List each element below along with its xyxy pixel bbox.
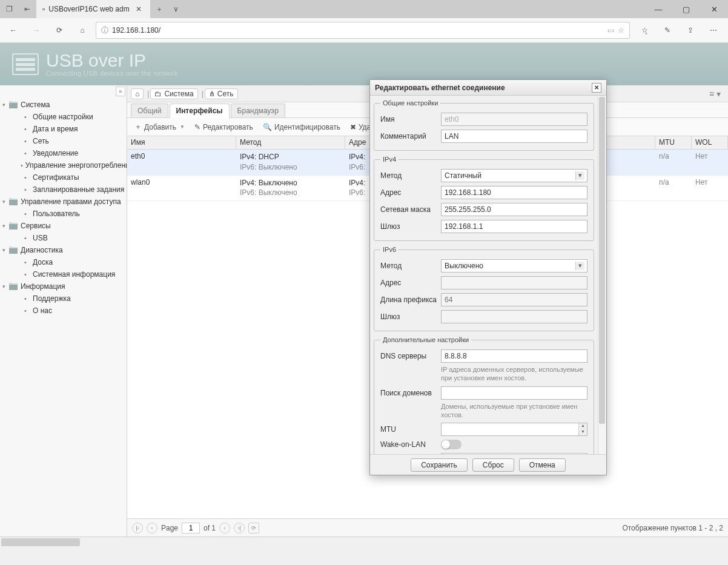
sidebar-group[interactable]: ▾Сервисы xyxy=(0,220,127,232)
identify-button[interactable]: 🔍Идентифицировать xyxy=(259,121,344,133)
wol-label: Wake-on-LAN xyxy=(380,440,441,449)
breadcrumb-network[interactable]: ⋔Сеть xyxy=(205,88,238,99)
ipv4-mask-input[interactable] xyxy=(441,203,587,216)
page-last-button[interactable]: ›| xyxy=(234,523,245,534)
sidebar-item[interactable]: •Доска xyxy=(0,256,127,268)
item-icon: • xyxy=(21,124,30,134)
sidebar-group[interactable]: ▾Система xyxy=(0,99,127,111)
more-icon[interactable]: ⋯ xyxy=(703,21,724,40)
wol-toggle[interactable] xyxy=(441,440,462,449)
horizontal-scrollbar[interactable] xyxy=(0,537,728,547)
edit-button[interactable]: ✎Редактировать xyxy=(191,121,257,133)
dns-label: DNS серверы xyxy=(380,352,441,360)
sidebar-item[interactable]: •Сертификаты xyxy=(0,171,127,183)
sidebar-group[interactable]: ▾Диагностика xyxy=(0,244,127,256)
new-tab-button[interactable]: ＋ xyxy=(151,0,168,18)
sidebar-item[interactable]: •О нас xyxy=(0,305,127,317)
folder-icon xyxy=(8,197,18,207)
extra-legend: Дополнительные настройки xyxy=(380,336,471,343)
reset-button[interactable]: Сброс xyxy=(472,458,514,472)
page-refresh-button[interactable]: ⟳ xyxy=(248,523,259,534)
collapse-sidebar-button[interactable]: « xyxy=(116,87,125,96)
page-first-button[interactable]: |‹ xyxy=(132,523,143,534)
item-icon: • xyxy=(21,148,30,158)
ipv4-legend: IPv4 xyxy=(380,156,399,163)
sidebar-group[interactable]: ▾Информация xyxy=(0,280,127,292)
ipv4-gateway-input[interactable] xyxy=(441,220,587,233)
item-icon: • xyxy=(21,257,30,267)
comment-input[interactable] xyxy=(441,130,587,143)
col-wol[interactable]: WOL xyxy=(692,136,728,149)
forward-button[interactable]: → xyxy=(27,21,46,40)
edit-connection-dialog: Редактировать ethernet соединение ✕ Общи… xyxy=(369,79,607,475)
page-input[interactable] xyxy=(182,523,200,534)
name-label: Имя xyxy=(380,115,441,124)
ipv6-legend: IPv6 xyxy=(380,246,399,253)
notes-icon[interactable]: ✎ xyxy=(657,21,678,40)
item-icon: • xyxy=(21,136,30,146)
sidebar-item[interactable]: •Управление энергопотреблени xyxy=(0,159,127,171)
browser-tab[interactable]: ▫ USBoverIP16C web adm ✕ xyxy=(36,0,151,18)
dialog-scrollbar[interactable] xyxy=(598,96,606,454)
page-prev-button[interactable]: ‹ xyxy=(147,523,157,534)
add-button[interactable]: ＋Добавить▼ xyxy=(131,120,188,134)
window-arrow-icon[interactable]: ⇤ xyxy=(18,0,36,18)
sidebar-item[interactable]: •Уведомление xyxy=(0,147,127,159)
sidebar-item[interactable]: •Общие настройки xyxy=(0,111,127,123)
menu-icon[interactable]: ≡ ▾ xyxy=(706,88,724,100)
tab-general[interactable]: Общий xyxy=(131,104,168,117)
sidebar-group[interactable]: ▾Управление правами доступа xyxy=(0,196,127,208)
ipv4-address-input[interactable] xyxy=(441,186,587,199)
ipv6-address-input xyxy=(441,276,587,289)
close-icon[interactable]: ✕ xyxy=(133,5,144,13)
sidebar-item[interactable]: •Пользователь xyxy=(0,208,127,220)
options-input[interactable] xyxy=(441,453,587,454)
dns-input[interactable] xyxy=(441,349,587,363)
sidebar-item[interactable]: •Запланированные задания xyxy=(0,183,127,196)
mtu-spinner[interactable]: ▲▼ xyxy=(578,423,587,435)
tab-firewall[interactable]: Брандмауэр xyxy=(231,104,285,117)
name-input xyxy=(441,113,587,126)
favorite-icon[interactable]: ☆ xyxy=(618,26,624,35)
breadcrumb-system[interactable]: 🗀Система xyxy=(150,88,197,99)
sidebar-item[interactable]: •Дата и время xyxy=(0,123,127,135)
tab-chevron-icon[interactable]: ∨ xyxy=(168,0,185,18)
favorites-icon[interactable]: ☆͎ xyxy=(634,21,655,40)
sidebar-item[interactable]: •Сеть xyxy=(0,135,127,147)
address-bar[interactable]: ⓘ 192.168.1.180/ ▭ ☆ xyxy=(96,22,630,39)
folder-icon xyxy=(8,100,18,110)
ipv6-gateway-input xyxy=(441,310,587,323)
minimize-button[interactable]: — xyxy=(644,0,672,18)
window-overlap-icon[interactable]: ❐ xyxy=(0,0,18,18)
sidebar-item[interactable]: •Поддержка xyxy=(0,292,127,305)
tab-interfaces[interactable]: Интерфейсы xyxy=(170,104,230,118)
ipv4-mask-label: Сетевая маска xyxy=(380,205,441,214)
cancel-button[interactable]: Отмена xyxy=(519,458,566,472)
back-button[interactable]: ← xyxy=(4,21,23,40)
sidebar-item[interactable]: •Системная информация xyxy=(0,268,127,280)
save-button[interactable]: Сохранить xyxy=(411,458,468,472)
breadcrumb-home[interactable]: ⌂ xyxy=(131,88,144,99)
url-text: 192.168.1.180/ xyxy=(112,26,604,35)
item-icon: • xyxy=(21,160,23,170)
search-domains-input[interactable] xyxy=(441,386,587,400)
maximize-button[interactable]: ▢ xyxy=(672,0,700,18)
page-next-button[interactable]: › xyxy=(219,523,230,534)
col-name[interactable]: Имя xyxy=(127,136,236,149)
pager-status: Отображение пунктов 1 - 2 , 2 xyxy=(622,524,723,532)
ipv6-method-select[interactable]: Выключено xyxy=(441,259,587,273)
close-window-button[interactable]: ✕ xyxy=(700,0,728,18)
mtu-input[interactable] xyxy=(442,423,578,435)
delete-icon: ✖ xyxy=(350,123,356,131)
reading-icon[interactable]: ▭ xyxy=(607,26,614,35)
col-mtu[interactable]: MTU xyxy=(655,136,692,149)
sidebar-item[interactable]: •USB xyxy=(0,232,127,244)
home-button[interactable]: ⌂ xyxy=(73,21,92,40)
col-method[interactable]: Метод xyxy=(236,136,345,149)
search-label: Поиск доменов xyxy=(380,389,441,397)
search-help: Домены, используемые при установке имен … xyxy=(441,402,587,420)
ipv4-method-select[interactable]: Статичный xyxy=(441,169,587,182)
share-icon[interactable]: ⇪ xyxy=(680,21,701,40)
refresh-button[interactable]: ⟳ xyxy=(50,21,69,40)
dialog-close-button[interactable]: ✕ xyxy=(592,83,601,93)
